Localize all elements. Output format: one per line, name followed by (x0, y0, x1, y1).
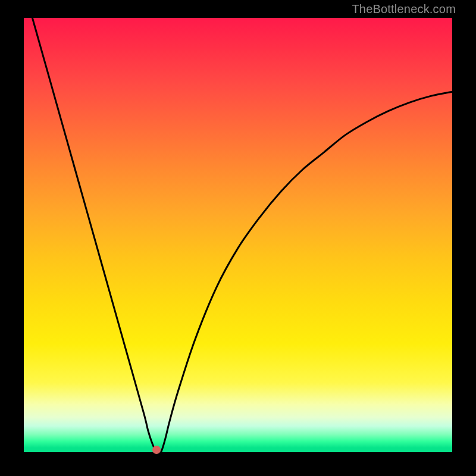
watermark-text: TheBottleneck.com (352, 2, 456, 16)
chart-stage: TheBottleneck.com (0, 0, 476, 476)
minimum-marker-dot (152, 446, 161, 454)
plot-area (24, 18, 452, 452)
bottleneck-curve (24, 18, 452, 452)
curve-svg (24, 18, 452, 452)
